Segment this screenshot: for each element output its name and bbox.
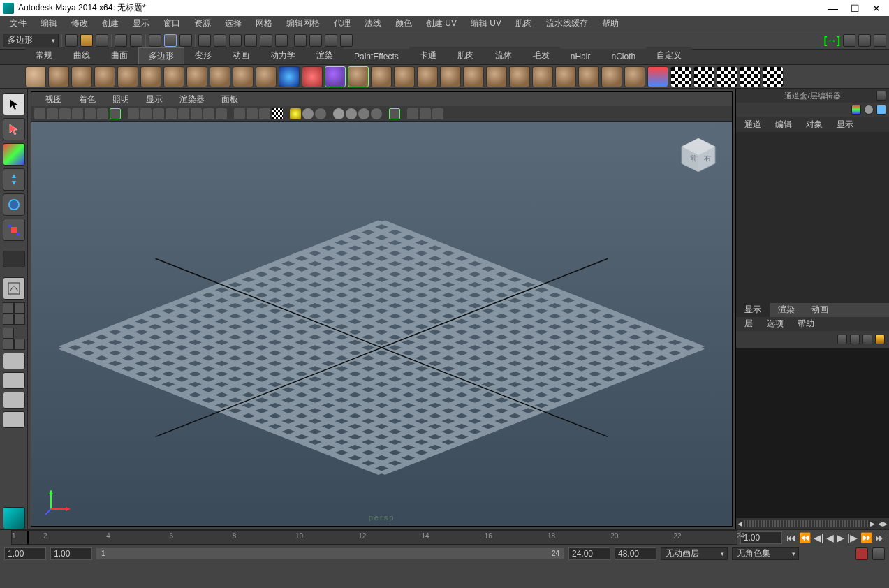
menu-选择[interactable]: 选择	[218, 16, 249, 31]
shelf-tab-nHair[interactable]: nHair	[560, 49, 601, 64]
vp-bookmark-icon[interactable]	[47, 108, 58, 119]
poly-helix-icon[interactable]	[210, 66, 230, 87]
separate-icon[interactable]	[394, 66, 415, 87]
step-back-key-button[interactable]: ⏪	[799, 532, 811, 543]
menu-set-dropdown[interactable]: 多边形	[3, 34, 59, 47]
poly-plane-icon[interactable]	[117, 66, 138, 87]
vp-menu-视图[interactable]: 视图	[37, 94, 71, 105]
shelf-tab-多边形[interactable]: 多边形	[138, 47, 184, 64]
ipr-render-icon[interactable]	[325, 34, 337, 47]
shelf-tab-动画[interactable]: 动画	[222, 47, 260, 64]
shelf-tab-PaintEffects[interactable]: PaintEffects	[344, 49, 409, 64]
shelf-tab-流体[interactable]: 流体	[485, 47, 522, 64]
menu-编辑网格[interactable]: 编辑网格	[279, 16, 327, 31]
last-tool[interactable]	[3, 251, 25, 267]
panel-dock-icon[interactable]	[876, 91, 886, 101]
vp-grease-pencil-icon[interactable]	[85, 108, 96, 119]
go-end-button[interactable]: ⏭	[875, 532, 885, 543]
insert-loop-icon[interactable]	[624, 66, 645, 87]
two-side-layout[interactable]	[3, 328, 25, 350]
uv-planar-icon[interactable]	[670, 66, 691, 87]
layer-move-down-icon[interactable]	[850, 335, 860, 344]
vp-ssao-icon[interactable]	[272, 108, 283, 119]
hypershade-layout[interactable]	[3, 392, 25, 409]
channel-tab-编辑[interactable]: 编辑	[770, 117, 798, 132]
poly-cube-icon[interactable]	[48, 66, 69, 87]
vp-menu-着色[interactable]: 着色	[71, 94, 104, 105]
uv-spherical-icon[interactable]	[717, 66, 737, 87]
snap-plane-icon[interactable]	[244, 34, 257, 47]
poly-sphere-icon[interactable]	[25, 66, 46, 87]
step-back-button[interactable]: ◀|	[814, 532, 824, 543]
layer-move-up-icon[interactable]	[837, 335, 847, 344]
bevel-icon[interactable]	[555, 66, 576, 87]
shelf-tab-曲面[interactable]: 曲面	[101, 47, 138, 64]
vp-default-mat-icon[interactable]	[371, 108, 382, 119]
vp-safe-action-icon[interactable]	[153, 108, 164, 119]
menu-修改[interactable]: 修改	[64, 16, 95, 31]
poly-soccer-icon[interactable]	[233, 66, 254, 87]
uv-editor-icon[interactable]	[763, 66, 784, 87]
range-handle-start[interactable]: 1	[101, 550, 105, 557]
persp-graph-layout[interactable]	[3, 372, 25, 389]
vp-viewport2-icon[interactable]	[420, 108, 431, 119]
time-ruler[interactable]: 124681012141618202224	[11, 530, 737, 545]
save-scene-icon[interactable]	[96, 34, 108, 47]
snap-curve-icon[interactable]	[214, 34, 226, 47]
vp-textured-icon[interactable]	[216, 108, 227, 119]
lasso-tool[interactable]	[3, 118, 25, 140]
vp-lights-icon[interactable]	[234, 108, 245, 119]
poly-cone-icon[interactable]	[94, 66, 115, 87]
render-settings-icon[interactable]	[340, 34, 353, 47]
vp-menu-显示[interactable]: 显示	[138, 94, 171, 105]
manip-icon[interactable]	[851, 105, 861, 115]
vp-isolate-light2-icon[interactable]	[302, 108, 314, 119]
tool-settings-toggle-icon[interactable]	[858, 34, 871, 47]
menu-编辑 UV[interactable]: 编辑 UV	[464, 16, 508, 31]
layer-tab-显示[interactable]: 显示	[736, 302, 770, 317]
vp-exposure-icon[interactable]	[389, 108, 400, 119]
step-forward-button[interactable]: |▶	[847, 532, 858, 543]
select-component-icon[interactable]	[179, 34, 192, 47]
channel-box-toggle-icon[interactable]	[874, 34, 886, 47]
vp-menu-渲染器[interactable]: 渲染器	[171, 94, 213, 105]
vp-wireshaded-icon[interactable]	[203, 108, 214, 119]
menu-文件[interactable]: 文件	[3, 16, 34, 31]
shelf-tab-曲线[interactable]: 曲线	[63, 47, 101, 64]
menu-显示[interactable]: 显示	[126, 16, 156, 31]
shelf-tab-渲染[interactable]: 渲染	[306, 47, 344, 64]
uv-cylindrical-icon[interactable]	[693, 66, 714, 87]
persp-outliner-layout[interactable]	[3, 353, 25, 369]
layer-tab-动画[interactable]: 动画	[803, 302, 837, 317]
select-tool[interactable]	[3, 93, 25, 115]
menu-肌肉[interactable]: 肌肉	[508, 16, 539, 31]
redo-icon[interactable]	[130, 34, 142, 47]
vp-xray-joints-icon[interactable]	[346, 108, 357, 119]
menu-流水线缓存[interactable]: 流水线缓存	[539, 16, 595, 31]
vp-shaded-icon[interactable]	[191, 108, 202, 119]
maya-home-icon[interactable]	[3, 507, 25, 529]
render-view-icon[interactable]	[294, 34, 307, 47]
shelf-tab-卡通[interactable]: 卡通	[409, 47, 447, 64]
sculpt-geo-icon[interactable]	[302, 66, 323, 87]
select-object-icon[interactable]	[164, 34, 177, 47]
step-forward-key-button[interactable]: ⏩	[860, 532, 872, 543]
rotate-tool[interactable]	[3, 193, 25, 216]
prefs-icon[interactable]	[872, 547, 885, 560]
smooth-icon[interactable]	[463, 66, 484, 87]
menu-资源[interactable]: 资源	[187, 16, 218, 31]
scale-tool[interactable]	[3, 219, 25, 241]
layer-new-selected-icon[interactable]	[875, 335, 885, 344]
combine-icon[interactable]	[371, 66, 392, 87]
close-button[interactable]: ✕	[872, 3, 881, 14]
snap-toggle-icon[interactable]	[275, 34, 288, 47]
open-scene-icon[interactable]	[80, 34, 93, 47]
play-forward-button[interactable]: ▶	[837, 532, 844, 543]
render-current-icon[interactable]	[309, 34, 322, 47]
booleans-icon[interactable]	[440, 66, 461, 87]
vp-image-plane-icon[interactable]	[59, 108, 71, 119]
speed-icon[interactable]	[864, 105, 874, 115]
vp-grid-icon[interactable]	[128, 108, 139, 119]
shelf-tab-毛发[interactable]: 毛发	[522, 47, 560, 64]
layer-menu-选项[interactable]: 选项	[761, 318, 789, 330]
